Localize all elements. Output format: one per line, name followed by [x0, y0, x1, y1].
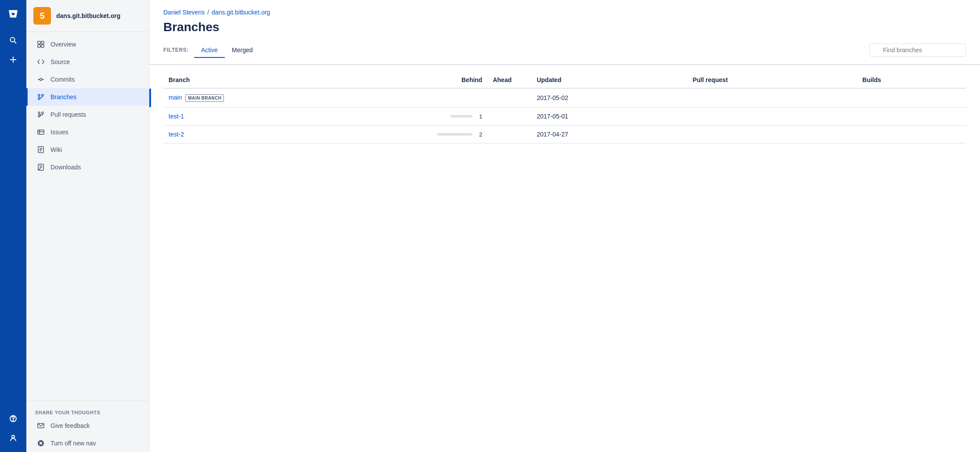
svg-point-6	[12, 435, 14, 438]
col-pull-request: Pull request	[687, 72, 857, 88]
branch-cell: mainMAIN BRANCH	[163, 88, 408, 108]
wiki-icon	[36, 145, 45, 154]
sidebar-item-give-feedback[interactable]: Give feedback	[26, 417, 149, 434]
behind-cell: 2	[408, 126, 487, 143]
sidebar-item-wiki[interactable]: Wiki	[26, 141, 149, 158]
feedback-icon	[36, 421, 45, 430]
breadcrumb-repo[interactable]: dans.git.bitbucket.org	[212, 9, 270, 16]
builds-cell	[857, 88, 966, 108]
breadcrumb-user[interactable]: Daniel Stevens	[163, 9, 205, 16]
updated-cell: 2017-05-02	[531, 88, 687, 108]
branches-table: Branch Behind Ahead Updated Pull request…	[163, 72, 966, 143]
sidebar-item-wiki-label: Wiki	[50, 146, 62, 153]
svg-line-1	[14, 42, 17, 44]
sidebar-item-downloads-label: Downloads	[50, 164, 81, 171]
share-thoughts-title: SHARE YOUR THOUGHTS	[26, 406, 149, 417]
pull-request-cell	[687, 126, 857, 143]
builds-cell	[857, 126, 966, 143]
search-icon[interactable]	[4, 32, 22, 49]
sidebar-item-issues[interactable]: Issues	[26, 123, 149, 141]
svg-rect-7	[38, 41, 40, 44]
svg-point-15	[42, 94, 43, 96]
col-updated: Updated	[531, 72, 687, 88]
add-icon[interactable]	[4, 51, 22, 68]
ahead-cell	[487, 88, 531, 108]
sidebar-bottom: SHARE YOUR THOUGHTS Give feedback Turn o…	[26, 401, 149, 452]
branch-cell: test-1	[163, 108, 408, 126]
turn-off-icon	[36, 439, 45, 448]
svg-rect-10	[41, 45, 44, 47]
breadcrumb: Daniel Stevens / dans.git.bitbucket.org	[149, 0, 980, 18]
find-branches-input[interactable]	[869, 43, 966, 57]
sidebar-nav: Overview Source Commits	[26, 32, 149, 401]
commits-icon	[36, 75, 45, 84]
sidebar-item-branches[interactable]: Branches	[26, 88, 149, 106]
sidebar-item-overview-label: Overview	[50, 41, 76, 48]
col-builds: Builds	[857, 72, 966, 88]
repo-name: dans.git.bitbucket.org	[56, 12, 120, 19]
ahead-cell	[487, 126, 531, 143]
branch-link[interactable]: main	[169, 94, 182, 101]
sidebar-item-pull-requests[interactable]: Pull requests	[26, 106, 149, 123]
branch-cell: test-2	[163, 126, 408, 143]
branch-link[interactable]: test-1	[169, 113, 184, 120]
branches-icon	[36, 93, 45, 101]
sidebar-item-source[interactable]: Source	[26, 53, 149, 71]
svg-point-18	[38, 112, 40, 114]
branch-link[interactable]: test-2	[169, 131, 184, 138]
sidebar-item-downloads[interactable]: Downloads	[26, 158, 149, 176]
source-icon	[36, 57, 45, 66]
overview-icon	[36, 40, 45, 49]
sidebar-item-branches-label: Branches	[50, 93, 76, 100]
pull-request-cell	[687, 88, 857, 108]
col-branch: Branch	[163, 72, 408, 88]
user-icon[interactable]	[4, 429, 22, 447]
updated-cell: 2017-04-27	[531, 126, 687, 143]
col-ahead: Ahead	[487, 72, 531, 88]
bitbucket-logo[interactable]	[4, 5, 22, 23]
repo-icon: 5	[33, 7, 51, 25]
svg-rect-9	[38, 45, 40, 47]
filter-tab-merged[interactable]: Merged	[225, 43, 259, 58]
svg-rect-8	[41, 41, 44, 44]
branches-table-wrapper: Branch Behind Ahead Updated Pull request…	[149, 65, 980, 143]
behind-number: 2	[475, 131, 482, 138]
breadcrumb-sep: /	[207, 9, 209, 16]
pull-request-cell	[687, 108, 857, 126]
sidebar-item-source-label: Source	[50, 58, 70, 65]
sidebar-item-turn-off-nav[interactable]: Turn off new nav	[26, 434, 149, 452]
search-wrapper	[869, 43, 966, 57]
sidebar-item-pull-requests-label: Pull requests	[50, 111, 86, 118]
sidebar-item-commits[interactable]: Commits	[26, 71, 149, 88]
behind-cell	[408, 88, 487, 108]
global-nav	[0, 0, 26, 452]
sidebar-item-feedback-label: Give feedback	[50, 422, 90, 429]
updated-cell: 2017-05-01	[531, 108, 687, 126]
sidebar-item-issues-label: Issues	[50, 129, 68, 136]
svg-point-14	[38, 94, 40, 96]
builds-cell	[857, 108, 966, 126]
filter-tab-active[interactable]: Active	[194, 43, 225, 58]
filters-label: FILTERS:	[163, 47, 189, 53]
downloads-icon	[36, 163, 45, 172]
behind-number: 1	[475, 113, 482, 120]
filters-bar: FILTERS: Active Merged	[149, 43, 980, 65]
table-row: mainMAIN BRANCH2017-05-02	[163, 88, 966, 108]
sidebar: 5 dans.git.bitbucket.org Overview	[26, 0, 149, 452]
sidebar-header: 5 dans.git.bitbucket.org	[26, 0, 149, 32]
svg-point-0	[11, 38, 15, 42]
svg-point-20	[38, 115, 40, 117]
main-content: Daniel Stevens / dans.git.bitbucket.org …	[149, 0, 980, 452]
svg-point-19	[42, 112, 43, 114]
main-branch-badge: MAIN BRANCH	[185, 94, 224, 102]
table-header-row: Branch Behind Ahead Updated Pull request…	[163, 72, 966, 88]
ahead-cell	[487, 108, 531, 126]
pull-requests-icon	[36, 110, 45, 119]
table-row: test-222017-04-27	[163, 126, 966, 143]
col-behind: Behind	[408, 72, 487, 88]
svg-rect-22	[38, 130, 44, 134]
help-icon[interactable]	[4, 410, 22, 427]
sidebar-item-overview[interactable]: Overview	[26, 36, 149, 53]
svg-point-11	[40, 79, 42, 81]
issues-icon	[36, 128, 45, 136]
